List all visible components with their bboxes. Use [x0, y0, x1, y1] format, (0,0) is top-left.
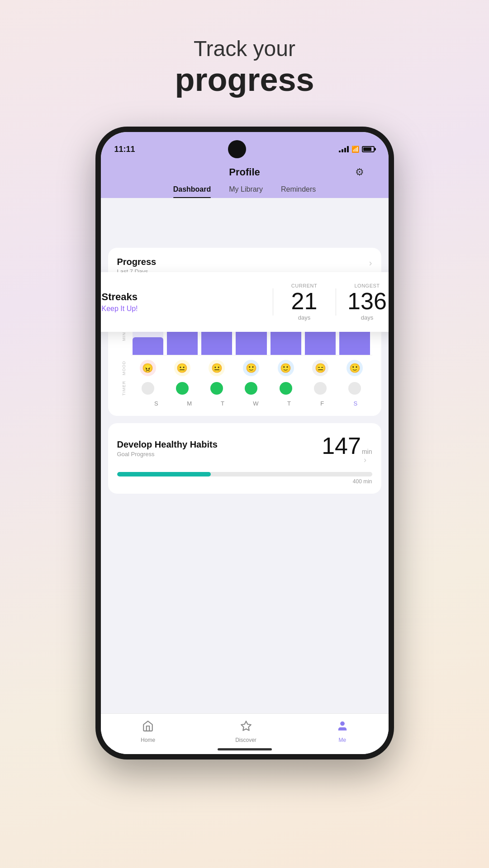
longest-value: 136 — [347, 288, 388, 314]
goal-progress-fill — [117, 472, 211, 476]
phone-screen: 11:11 📶 Profil — [101, 132, 389, 754]
timer-row: TIMER — [117, 381, 372, 396]
svg-marker-0 — [241, 721, 251, 731]
streaks-subtitle: Keep It Up! — [102, 305, 262, 313]
mood-label: MOOD — [117, 360, 131, 376]
longest-unit: days — [347, 314, 388, 321]
day-labels: S M T W T F S — [117, 400, 372, 407]
goal-chevron[interactable]: › — [364, 455, 372, 465]
nav-me[interactable]: Me — [337, 720, 348, 743]
mood-3: 🙂 — [243, 360, 259, 376]
goal-progress-bar — [117, 472, 372, 476]
tab-reminders[interactable]: Reminders — [281, 185, 316, 198]
page-title-area: Track your progress — [0, 0, 489, 98]
timer-dot-3 — [245, 382, 257, 395]
current-value: 21 — [284, 288, 325, 314]
timer-dot-0 — [142, 382, 154, 395]
phone-frame: 11:11 📶 Profil — [95, 127, 394, 760]
timer-label: TIMER — [117, 381, 131, 396]
goal-title-group: Develop Healthy Habits Goal Progress — [117, 439, 218, 458]
tab-dashboard[interactable]: Dashboard — [173, 185, 211, 198]
goal-subtitle: Goal Progress — [117, 451, 218, 458]
discover-icon — [240, 720, 252, 735]
page-title-line1: Track your — [0, 36, 489, 61]
goal-title: Develop Healthy Habits — [117, 439, 218, 450]
tab-my-library[interactable]: My Library — [229, 185, 263, 198]
nav-me-label: Me — [339, 737, 347, 743]
day-label-1: M — [173, 400, 206, 407]
day-label-3: W — [239, 400, 272, 407]
current-unit: days — [284, 314, 325, 321]
streaks-title: Streaks — [102, 291, 262, 303]
progress-card-title: Progress — [117, 257, 157, 267]
status-icons: 📶 — [339, 146, 375, 153]
wifi-icon: 📶 — [351, 146, 359, 153]
goal-max-label: 400 min — [117, 478, 372, 485]
day-label-4: T — [272, 400, 305, 407]
mood-items: 😠 😐 😐 🙂 🙂 😑 🙂 — [131, 360, 372, 376]
day-label-6: S — [339, 400, 372, 407]
notch — [228, 140, 246, 158]
status-time: 11:11 — [114, 145, 135, 154]
screen-content: Streaks Keep It Up! CURRENT 21 days LONG… — [101, 198, 389, 730]
streaks-card: Streaks Keep It Up! CURRENT 21 days LONG… — [101, 272, 389, 332]
streaks-longest: LONGEST 136 days — [347, 283, 388, 321]
timer-dots — [131, 381, 372, 396]
timer-dot-6 — [348, 382, 361, 395]
day-label-2: T — [206, 400, 239, 407]
timer-dot-4 — [280, 382, 292, 395]
goal-card-header: Develop Healthy Habits Goal Progress 147… — [117, 432, 372, 465]
goal-unit: min — [362, 448, 372, 455]
goal-card: Develop Healthy Habits Goal Progress 147… — [108, 423, 381, 494]
progress-chevron[interactable]: › — [369, 258, 372, 268]
streaks-current: CURRENT 21 days — [284, 283, 325, 321]
status-bar: 11:11 📶 — [114, 140, 375, 158]
streaks-left: Streaks Keep It Up! — [102, 291, 262, 313]
timer-dot-5 — [314, 382, 327, 395]
day-label-5: F — [306, 400, 339, 407]
page-title-line2: progress — [0, 61, 489, 98]
goal-unit-chevron: min › — [362, 448, 372, 465]
streaks-divider2 — [336, 288, 336, 316]
profile-title: Profile — [229, 166, 260, 178]
phone-header: 11:11 📶 Profil — [101, 132, 389, 198]
mood-row: MOOD 😠 😐 😐 🙂 🙂 😑 🙂 — [117, 360, 372, 376]
day-label-0: S — [140, 400, 173, 407]
home-indicator — [218, 748, 272, 750]
streaks-divider — [273, 288, 273, 316]
timer-dot-1 — [176, 382, 189, 395]
signal-icon — [339, 146, 349, 152]
goal-current-value: 147 — [322, 432, 361, 459]
mood-1: 😐 — [174, 360, 190, 376]
mood-4: 🙂 — [278, 360, 294, 376]
profile-nav: Profile ⚙ — [114, 162, 375, 178]
mood-0: 😠 — [140, 360, 156, 376]
home-icon — [142, 720, 154, 735]
nav-discover[interactable]: Discover — [235, 720, 256, 743]
mood-2: 😐 — [209, 360, 225, 376]
goal-right: 147 min › — [322, 432, 372, 465]
battery-icon — [362, 146, 375, 152]
settings-button[interactable]: ⚙ — [355, 166, 364, 178]
mood-6: 🙂 — [347, 360, 363, 376]
svg-point-1 — [341, 722, 345, 726]
me-icon — [337, 720, 348, 735]
nav-home[interactable]: Home — [141, 720, 155, 743]
nav-home-label: Home — [141, 737, 155, 743]
mood-5: 😑 — [312, 360, 328, 376]
nav-discover-label: Discover — [235, 737, 256, 743]
timer-dot-2 — [210, 382, 223, 395]
tabs: Dashboard My Library Reminders — [114, 178, 375, 198]
